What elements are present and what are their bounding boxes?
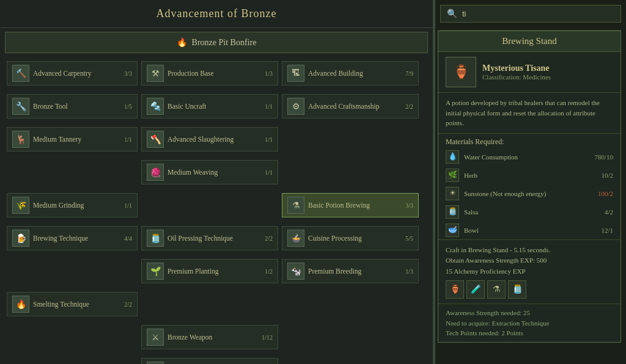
tech-row-9: ⚔ Bronze Weapon 1/12	[0, 321, 433, 354]
premium-breeding-label: Premium Breeding	[308, 268, 402, 275]
production-base-count: 1/3	[265, 70, 273, 77]
empty-cell-5	[141, 193, 278, 217]
sunstone-count: 100/2	[598, 190, 613, 197]
cuisine-processing-count: 5/5	[405, 235, 413, 242]
medium-weaving-icon: 🧶	[147, 164, 164, 181]
medium-weaving-label: Medium Weaving	[168, 169, 261, 176]
bowl-count: 12/1	[601, 227, 613, 234]
empty-cell-10b	[282, 358, 419, 364]
basic-potion-brewing-icon: ⚗	[287, 197, 304, 214]
tech-premium-planting[interactable]: 🌱 Premium Planting 1/2	[141, 259, 278, 283]
tech-smelting-technique[interactable]: 🔥 Smelting Technique 2/2	[7, 292, 138, 316]
advanced-carpentry-icon: 🔨	[12, 65, 29, 82]
craft-icon-2: 🧪	[466, 280, 485, 299]
sunstone-name: Sunstone (Not enough energy)	[464, 190, 593, 197]
search-bar: 🔍	[440, 5, 621, 23]
advanced-slaughtering-count: 1/1	[265, 136, 273, 143]
tech-premium-breeding[interactable]: 🐄 Premium Breeding 1/3	[282, 259, 419, 283]
craft-icon-1: 🏺	[446, 280, 464, 299]
tech-row-2: 🔧 Bronze Tool 1/5 🔩 Basic Uncraft 1/1 ⚙ …	[0, 90, 433, 123]
bronze-tool-label: Bronze Tool	[33, 103, 120, 110]
search-input[interactable]	[462, 9, 614, 18]
advanced-craftsmanship-icon: ⚙	[287, 98, 304, 115]
basic-uncraft-icon: 🔩	[147, 98, 164, 115]
tech-panel: Advancement of Bronze 🔥 Bronze Pit Bonfi…	[0, 0, 434, 364]
tech-row-3: 🦌 Medium Tannery 1/1 🪓 Advanced Slaughte…	[0, 123, 433, 156]
empty-cell-4a	[7, 160, 138, 184]
bottom-info: Awareness Strength needed: 25 Need to ac…	[438, 304, 620, 342]
empty-cell-7a	[7, 259, 138, 283]
tech-advanced-carpentry[interactable]: 🔨 Advanced Carpentry 3/3	[7, 61, 138, 86]
premium-breeding-icon: 🐄	[287, 263, 304, 280]
medium-grinding-label: Medium Grinding	[33, 202, 120, 209]
tech-basic-uncraft[interactable]: 🔩 Basic Uncraft 1/1	[141, 94, 278, 118]
tech-row-8: 🔥 Smelting Technique 2/2	[0, 288, 433, 321]
tech-oil-pressing[interactable]: 🫙 Oil Pressing Technique 2/2	[141, 226, 278, 250]
tech-bronze-gear[interactable]: 🛡 Bronze Gear 1/7	[141, 358, 278, 364]
tech-cuisine-processing[interactable]: 🍲 Cuisine Processing 5/5	[282, 226, 419, 250]
tech-production-base[interactable]: ⚒ Production Base 1/3	[141, 61, 278, 86]
craft-icon-4: 🫙	[508, 280, 526, 299]
materials-header: Materials Required:	[438, 134, 620, 148]
advanced-slaughtering-label: Advanced Slaughtering	[168, 136, 261, 143]
water-count: 780/10	[594, 153, 613, 161]
tech-basic-potion-brewing[interactable]: ⚗ Basic Potion Brewing 3/3	[282, 193, 419, 217]
bronze-weapon-icon: ⚔	[147, 329, 164, 346]
smelting-technique-icon: 🔥	[12, 296, 29, 313]
medium-tannery-icon: 🦌	[12, 131, 29, 148]
medium-grinding-icon: 🌾	[12, 197, 29, 214]
empty-cell-8b	[282, 292, 419, 316]
tech-row-6: 🍺 Brewing Technique 4/4 🫙 Oil Pressing T…	[0, 222, 433, 255]
tech-medium-weaving[interactable]: 🧶 Medium Weaving 1/1	[141, 160, 278, 184]
tech-bronze-weapon[interactable]: ⚔ Bronze Weapon 1/12	[141, 325, 278, 349]
bonfire-icon: 🔥	[177, 37, 187, 48]
advanced-building-count: 7/9	[405, 70, 413, 77]
bonfire-label: Bronze Pit Bonfire	[192, 38, 257, 48]
bonfire-row[interactable]: 🔥 Bronze Pit Bonfire	[5, 32, 428, 53]
tech-row-10: 🛡 Bronze Gear 1/7	[0, 354, 433, 364]
tech-row-7: 🌱 Premium Planting 1/2 🐄 Premium Breedin…	[0, 255, 433, 288]
oil-pressing-label: Oil Pressing Technique	[168, 235, 261, 242]
tech-advanced-slaughtering[interactable]: 🪓 Advanced Slaughtering 1/1	[141, 127, 278, 151]
tech-advanced-building[interactable]: 🏗 Advanced Building 7/9	[282, 61, 419, 86]
empty-cell-3	[282, 127, 419, 151]
smelting-technique-count: 2/2	[124, 301, 132, 308]
tech-medium-tannery[interactable]: 🦌 Medium Tannery 1/1	[7, 127, 138, 151]
tech-bronze-tool[interactable]: 🔧 Bronze Tool 1/5	[7, 94, 138, 118]
cuisine-processing-label: Cuisine Processing	[308, 235, 402, 242]
herb-icon: 🌿	[446, 169, 459, 182]
empty-cell-9a	[7, 325, 138, 349]
premium-planting-icon: 🌱	[147, 263, 164, 280]
cuisine-processing-icon: 🍲	[287, 230, 304, 247]
production-base-icon: ⚒	[147, 65, 164, 82]
tech-row-4: 🧶 Medium Weaving 1/1	[0, 156, 433, 189]
bronze-weapon-count: 1/12	[262, 334, 273, 341]
salsa-icon: 🫙	[446, 205, 459, 219]
tech-medium-grinding[interactable]: 🌾 Medium Grinding 1/1	[7, 193, 138, 217]
herb-count: 10/2	[601, 172, 613, 179]
material-bowl: 🥣 Bowl 12/1	[438, 221, 620, 239]
search-icon: 🔍	[447, 9, 457, 19]
production-base-label: Production Base	[168, 70, 261, 77]
advanced-building-icon: 🏗	[287, 65, 304, 82]
tech-advanced-craftsmanship[interactable]: ⚙ Advanced Craftsmanship 2/2	[282, 94, 419, 118]
bronze-tool-count: 1/5	[124, 103, 132, 110]
craft-icon-3: ⚗	[487, 280, 506, 299]
premium-planting-count: 1/2	[265, 268, 273, 275]
material-water: 💧 Water Consumption 780/10	[438, 148, 620, 166]
salsa-name: Salsa	[464, 208, 600, 216]
brewing-technique-count: 4/4	[124, 235, 132, 242]
herb-name: Herb	[464, 172, 596, 179]
tech-row-5: 🌾 Medium Grinding 1/1 ⚗ Basic Potion Bre…	[0, 189, 433, 222]
salsa-count: 4/2	[605, 208, 613, 216]
tech-title: Advancement of Bronze	[0, 0, 433, 28]
craft-icons: 🏺 🧪 ⚗ 🫙	[446, 280, 613, 299]
material-salsa: 🫙 Salsa 4/2	[438, 203, 620, 221]
medium-weaving-count: 1/1	[265, 169, 273, 176]
advanced-carpentry-label: Advanced Carpentry	[33, 70, 120, 77]
advanced-carpentry-count: 3/3	[124, 70, 132, 77]
tech-brewing-technique[interactable]: 🍺 Brewing Technique 4/4	[7, 226, 138, 250]
smelting-technique-label: Smelting Technique	[33, 300, 120, 308]
basic-potion-brewing-count: 3/3	[405, 202, 413, 209]
bronze-gear-icon: 🛡	[147, 362, 164, 364]
